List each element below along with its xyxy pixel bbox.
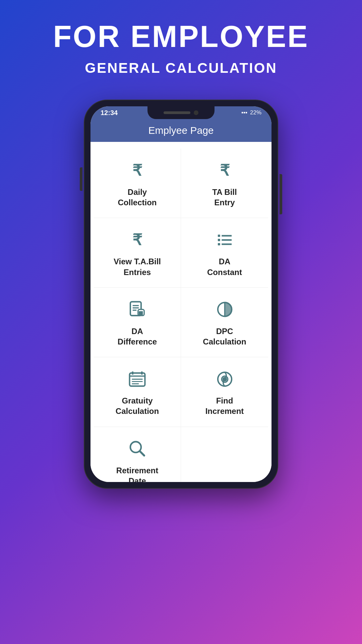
menu-item-daily-collection[interactable]: ₹ DailyCollection — [94, 149, 181, 218]
svg-line-25 — [140, 451, 144, 456]
find-increment-label: FindIncrement — [205, 395, 244, 416]
content-area: ₹ DailyCollection ₹ TA BillEntry ₹ — [90, 142, 272, 482]
menu-item-da-constant[interactable]: DAConstant — [181, 218, 268, 287]
list-icon — [213, 228, 236, 252]
status-icons: ▪▪▪ 22% — [241, 109, 261, 116]
menu-item-da-difference[interactable]: ≡ DADifference — [94, 288, 181, 357]
menu-item-find-increment[interactable]: FindIncrement — [181, 357, 268, 427]
app-title: Emplyee Page — [148, 125, 214, 136]
svg-rect-0 — [218, 234, 220, 237]
half-circle-icon — [213, 298, 236, 321]
sync-svg — [216, 370, 234, 388]
battery-icon: ▪▪▪ — [241, 109, 247, 116]
svg-point-23 — [223, 378, 226, 381]
svg-rect-2 — [218, 239, 220, 241]
gratuity-calculation-label: GratuityCalculation — [116, 395, 159, 416]
menu-item-gratuity-calculation[interactable]: GratuityCalculation — [94, 357, 181, 427]
rupee-icon-daily: ₹ — [126, 159, 149, 182]
search-icon — [126, 437, 149, 461]
menu-item-ta-bill-entry[interactable]: ₹ TA BillEntry — [181, 149, 268, 218]
da-difference-label: DADifference — [118, 326, 157, 347]
ta-bill-entry-label: TA BillEntry — [212, 187, 237, 208]
svg-text:≡: ≡ — [139, 310, 142, 316]
phone-screen: 12:34 ▪▪▪ 22% Emplyee Page ₹ DailyCollec… — [90, 106, 272, 482]
status-time: 12:34 — [101, 109, 118, 117]
dpc-calculation-label: DPCCalculation — [203, 326, 246, 347]
daily-collection-label: DailyCollection — [118, 187, 157, 208]
header-section: FOR EMPLOYEE GENERAL CALCULATION — [0, 0, 362, 86]
view-ta-bill-label: View T.A.BillEntries — [114, 256, 161, 277]
half-circle-svg — [216, 300, 234, 319]
menu-grid: ₹ DailyCollection ₹ TA BillEntry ₹ — [94, 149, 268, 427]
document-svg: ≡ — [128, 300, 146, 319]
retirement-date-label: RetirementDate — [116, 465, 158, 482]
document-icon: ≡ — [126, 298, 149, 321]
speaker — [164, 111, 190, 114]
calendar-list-svg — [128, 370, 146, 388]
main-title: FOR EMPLOYEE — [0, 20, 362, 53]
app-header: Emplyee Page — [90, 119, 272, 142]
menu-item-dpc-calculation[interactable]: DPCCalculation — [181, 288, 268, 357]
notch — [147, 106, 215, 119]
menu-item-view-ta-bill[interactable]: ₹ View T.A.BillEntries — [94, 218, 181, 287]
search-svg — [128, 439, 146, 458]
da-constant-label: DAConstant — [207, 256, 242, 277]
list-svg — [216, 231, 234, 249]
sync-icon — [213, 367, 236, 391]
svg-rect-4 — [218, 243, 220, 246]
calendar-list-icon — [126, 367, 149, 391]
rupee-icon-view: ₹ — [126, 228, 149, 252]
menu-item-retirement-date[interactable]: RetirementDate — [94, 427, 181, 482]
phone-mockup: 12:34 ▪▪▪ 22% Emplyee Page ₹ DailyCollec… — [84, 100, 278, 489]
battery-level: 22% — [250, 109, 261, 116]
sub-title: GENERAL CALCULATION — [0, 60, 362, 76]
camera — [194, 110, 198, 115]
rupee-icon-ta: ₹ — [213, 159, 236, 182]
